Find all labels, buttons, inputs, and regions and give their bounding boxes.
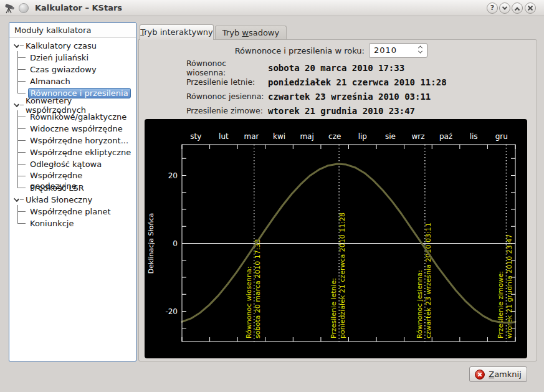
marker-title: Równonoc jesienna: — [416, 270, 424, 338]
tree-item-widoczne-współrzędne[interactable]: Widoczne współrzędne — [17, 123, 133, 135]
result-row-równonoc-wiosenna: Równonoc wiosenna:sobota 20 marca 2010 1… — [186, 60, 447, 75]
kstars-calculator-window: Kalkulator – KStars ? Moduły kalkulatora… — [0, 0, 544, 392]
help-button[interactable]: ? — [487, 2, 498, 14]
chevron-up-icon — [515, 7, 520, 12]
collapse-chevron-icon[interactable] — [14, 196, 19, 202]
ytick-label: 0 — [173, 239, 178, 248]
tree-item-label: Współrzędne planet — [28, 206, 112, 217]
tree-item-czas-gwiazdowy[interactable]: Czas gwiazdowy — [17, 64, 133, 75]
spinner-arrows-icon[interactable] — [419, 45, 422, 54]
result-label: Równonoc wiosenna: — [186, 59, 268, 77]
result-row-równonoc-jesienna: Równonoc jesienna:czwartek 23 września 2… — [186, 89, 447, 103]
titlebar[interactable]: Kalkulator – KStars ? — [0, 0, 544, 16]
close-window-button[interactable] — [525, 2, 536, 14]
year-value: 2010 — [374, 45, 397, 55]
declination-chart: stylutmarkwimajczelipsiewrzpaźlisgru200-… — [145, 119, 527, 358]
unshade-button[interactable] — [512, 2, 523, 14]
month-label: gru — [495, 132, 508, 141]
month-label: sie — [385, 132, 396, 141]
month-label: cze — [328, 132, 341, 141]
ytick-label: -20 — [165, 307, 178, 316]
module-list-panel: Moduły kalkulatora Kalkulatory czasuDzie… — [9, 22, 136, 361]
tree-item-prędkość-lsr[interactable]: Prędkość LSR — [17, 182, 133, 194]
marker-title: Przesilenie letnie: — [330, 278, 338, 338]
marker-date: czwartek 23 września 2010 03:11 — [424, 222, 432, 338]
app-sphere-icon — [19, 3, 29, 13]
tree-item-almanach[interactable]: Almanach — [17, 75, 133, 87]
module-list-header: Moduły kalkulatora — [9, 23, 136, 38]
month-label: lip — [358, 132, 367, 141]
month-label: kwi — [273, 132, 285, 141]
result-label: Równonoc jesienna: — [186, 92, 268, 101]
tree-item-label: Koniunkcje — [28, 218, 75, 229]
result-value: wtorek 21 grudnia 2010 23:47 — [268, 106, 415, 116]
result-value: poniedziałek 21 czerwca 2010 11:28 — [268, 77, 447, 87]
tab-tryb-wsadowy[interactable]: Tryb wsadowy — [215, 26, 287, 40]
tree-item-współrzędne-horyzont[interactable]: Współrzędne horyzont... — [17, 135, 133, 146]
tree-item-label: Prędkość LSR — [28, 183, 86, 193]
ytick-label: 20 — [168, 171, 178, 180]
declination-plot: stylutmarkwimajczelipsiewrzpaźlisgru200-… — [145, 119, 527, 358]
tree-item-label: Równonoce i przesilenia — [28, 88, 131, 98]
tree-item-label: Odległość kątowa — [28, 159, 103, 170]
collapse-chevron-icon[interactable] — [14, 102, 19, 107]
result-value: czwartek 23 września 2010 03:11 — [268, 92, 431, 102]
tree-group-układ-słoneczny[interactable]: Układ Słoneczny — [13, 194, 133, 206]
result-label: Przesilenie letnie: — [186, 77, 268, 87]
tree-children: Dzień juliańskiCzas gwiazdowyAlmanachRów… — [17, 52, 133, 99]
marker-title: Równonoc wiosenna: — [245, 267, 253, 339]
month-label: paź — [439, 132, 452, 141]
result-row-przesilenie-zimowe: Przesilenie zimowe:wtorek 21 grudnia 201… — [186, 103, 447, 118]
marker-title: Przesilenie zimowe: — [497, 271, 505, 338]
tree-item-label: Równikowe/galaktyczne — [28, 112, 128, 122]
close-icon — [527, 5, 533, 11]
chevron-down-icon — [502, 4, 507, 9]
tree-item-równikowe-galaktyczne[interactable]: Równikowe/galaktyczne — [17, 111, 133, 123]
tree-item-koniunkcje[interactable]: Koniunkcje — [17, 218, 133, 229]
close-button[interactable]: Zamknij — [469, 366, 527, 382]
month-label: lis — [470, 132, 478, 141]
marker-date: poniedziałek 21 czerwca 2010 11:28 — [338, 213, 346, 338]
result-label: Przesilenie zimowe: — [186, 106, 268, 115]
close-red-x-icon — [475, 370, 485, 380]
tree-item-równonoce-i-przesilenia[interactable]: Równonoce i przesilenia — [17, 87, 133, 99]
shade-button[interactable] — [499, 2, 510, 14]
tree-item-label: Czas gwiazdowy — [28, 64, 98, 75]
tree-line — [20, 105, 24, 105]
tree-children: Równikowe/galaktyczneWidoczne współrzędn… — [17, 111, 133, 194]
result-value: sobota 20 marca 2010 17:33 — [268, 63, 404, 73]
month-label: maj — [300, 132, 313, 141]
tree-item-label: Widoczne współrzędne — [28, 123, 125, 134]
window-title: Kalkulator – KStars — [35, 0, 122, 16]
month-label: lut — [219, 132, 229, 141]
module-tree: Kalkulatory czasuDzień juliańskiCzas gwi… — [9, 38, 136, 232]
tree-group-konwertery-współrzędnych[interactable]: Konwertery współrzędnych — [13, 99, 133, 111]
tree-item-label: Współrzędne ekliptyczne — [28, 147, 133, 158]
tree-item-współrzędne-ekliptyczne[interactable]: Współrzędne ekliptyczne — [17, 146, 133, 158]
tree-item-odległość-kątowa[interactable]: Odległość kątowa — [17, 158, 133, 170]
y-axis-title: Deklinacja Słońca — [147, 213, 155, 274]
tree-item-współrzędne-geodezyjne[interactable]: Współrzędne geodezyjne — [17, 170, 133, 182]
year-label: Równonoce i przesilenia w roku: — [0, 46, 365, 55]
tree-item-label: Almanach — [28, 76, 72, 87]
tree-item-współrzędne-planet[interactable]: Współrzędne planet — [17, 206, 133, 218]
month-label: sty — [190, 132, 201, 141]
tree-line — [20, 199, 24, 200]
year-spinbox[interactable]: 2010 — [369, 43, 427, 58]
tree-item-label: Współrzędne horyzont... — [28, 135, 130, 146]
result-row-przesilenie-letnie: Przesilenie letnie:poniedziałek 21 czerw… — [186, 75, 447, 89]
tree-children: Współrzędne planetKoniunkcje — [17, 206, 133, 229]
close-button-label: Zamknij — [489, 370, 522, 379]
marker-date: sobota 20 marca 2010 17:33 — [254, 239, 262, 338]
tree-group-label: Układ Słoneczny — [26, 195, 92, 204]
telescope-icon — [4, 2, 15, 14]
equinox-results: Równonoc wiosenna:sobota 20 marca 2010 1… — [186, 60, 447, 118]
month-label: wrz — [411, 132, 424, 141]
tab-tryb-interaktywny[interactable]: Tryb interaktywny — [140, 24, 214, 40]
month-label: mar — [244, 132, 259, 141]
